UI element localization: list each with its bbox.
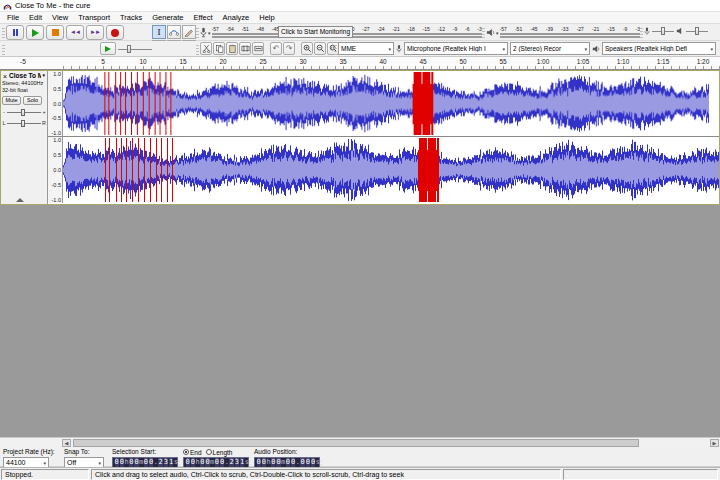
skip-to-start-button[interactable]: ◄◄ [66, 25, 84, 40]
slider-thumb[interactable] [21, 109, 25, 116]
record-button[interactable] [106, 25, 124, 40]
waveform-right[interactable] [63, 138, 719, 202]
status-empty-cell [563, 469, 718, 480]
envelope-tool-button[interactable] [167, 25, 181, 39]
redo-button[interactable]: ↷ [283, 42, 295, 55]
timefield-char: 0 [205, 458, 209, 467]
title-bar[interactable]: Close To Me - the cure [0, 0, 720, 12]
undo-button[interactable]: ↶ [270, 42, 282, 55]
stop-button[interactable] [46, 25, 64, 40]
cut-button[interactable] [200, 42, 212, 55]
timefield-spinner[interactable]: ▴▾ [249, 459, 251, 467]
slider-thumb[interactable] [661, 27, 665, 35]
track-collapse-button[interactable] [16, 198, 24, 202]
waveform-left[interactable] [63, 72, 709, 135]
play-button[interactable] [26, 25, 44, 40]
timeline-tick-label: 1:10 [617, 58, 630, 65]
track-header: × Close To M ▼ [2, 72, 46, 80]
speaker-icon [676, 27, 684, 35]
horizontal-scrollbar[interactable]: ◀ ▶ [0, 437, 720, 447]
scroll-right-arrow[interactable]: ▶ [710, 439, 719, 447]
toolbar-grip[interactable] [196, 43, 199, 55]
menu-item-file[interactable]: File [2, 12, 24, 24]
slider-thumb[interactable] [695, 27, 699, 35]
toolbar-grip[interactable] [482, 26, 485, 38]
playback-volume-slider[interactable] [686, 26, 708, 36]
timeline-ruler[interactable]: -55101520253035404550551:001:051:101:151… [0, 57, 720, 70]
menu-item-generate[interactable]: Generate [147, 12, 188, 24]
gain-slider[interactable]: - + [2, 108, 46, 116]
recording-volume-slider[interactable] [652, 26, 674, 36]
timefield-char: 0 [215, 458, 219, 467]
pan-slider[interactable]: L R [2, 119, 46, 127]
snap-to-group: Snap To: Off▾ [64, 448, 104, 468]
skip-to-end-button[interactable]: ►► [86, 25, 104, 40]
end-radio[interactable]: End [183, 449, 202, 456]
menu-item-edit[interactable]: Edit [24, 12, 47, 24]
paste-button[interactable] [226, 42, 238, 55]
chevron-down-icon[interactable]: ▾ [496, 30, 499, 36]
channel-left: 1.00.50.0-0.5-1.0 [48, 71, 719, 137]
zoom-in-button[interactable] [301, 42, 313, 55]
project-rate-group: Project Rate (Hz): 44100▾ [3, 448, 55, 468]
track-close-button[interactable]: × [2, 73, 8, 80]
toolbar-grip[interactable] [640, 26, 643, 38]
playback-meter[interactable]: ▾ -57-51-45-39-33-27-21-15-9-3 [486, 25, 640, 40]
timefield-spinner[interactable]: ▴▾ [178, 459, 180, 467]
meter-scale-number: -27 [577, 26, 584, 32]
audio-host-dropdown[interactable]: MME▾ [338, 42, 394, 55]
pan-slider-track[interactable] [7, 119, 41, 127]
stop-icon [52, 29, 59, 36]
timefield-char: m [139, 458, 143, 467]
track-menu-button[interactable]: ▼ [42, 72, 46, 80]
vertical-scale-label: 0.5 [49, 152, 61, 158]
monitor-prompt[interactable]: Click to Start Monitoring [278, 26, 353, 38]
chevron-down-icon: ▾ [98, 460, 101, 466]
chevron-down-icon[interactable]: ▾ [208, 30, 211, 36]
menu-item-transport[interactable]: Transport [73, 12, 115, 24]
solo-button[interactable]: Solo [23, 96, 42, 105]
meter-scale-number: -45 [530, 26, 537, 32]
toolbar-grip[interactable] [2, 26, 5, 38]
menu-item-help[interactable]: Help [254, 12, 279, 24]
selection-tool-button[interactable]: I [152, 25, 166, 39]
gain-slider-track[interactable] [7, 108, 41, 116]
project-rate-label: Project Rate (Hz): [3, 448, 55, 456]
recording-device-dropdown[interactable]: Microphone (Realtek High I▾ [404, 42, 508, 55]
microphone-icon [200, 27, 207, 38]
recording-meter[interactable]: ▾ -57-54-51-48-45-42-39-36-33-30-27-24-2… [200, 25, 482, 40]
mute-button[interactable]: Mute [2, 96, 21, 105]
channel-right: 1.00.50.0-0.5-1.0 [48, 137, 719, 203]
end-radio-label: End [190, 449, 202, 456]
pan-left-label: L [2, 120, 6, 126]
silence-audio-button[interactable] [252, 42, 264, 55]
pan-right-label: R [42, 120, 46, 126]
draw-tool-button[interactable] [182, 25, 196, 39]
toolbar-grip[interactable] [2, 43, 5, 55]
slider-thumb[interactable] [127, 45, 131, 53]
playback-meter-scale: -57-51-45-39-33-27-21-15-9-3 [500, 26, 640, 32]
recording-channels-dropdown[interactable]: 2 (Stereo) Recor▾ [510, 42, 590, 55]
playback-device-dropdown[interactable]: Speakers (Realtek High Defi▾ [602, 42, 716, 55]
menu-item-view[interactable]: View [47, 12, 73, 24]
timefield-char: 0 [257, 458, 261, 467]
play-at-speed-button[interactable] [100, 42, 116, 55]
timeline-tick-label: 15 [179, 58, 186, 65]
timefield-char: 0 [115, 458, 119, 467]
trim-audio-button[interactable] [239, 42, 251, 55]
menu-item-analyze[interactable]: Analyze [218, 12, 255, 24]
meter-scale-number: -21 [592, 26, 599, 32]
copy-button[interactable] [213, 42, 225, 55]
scrollbar-thumb[interactable] [73, 439, 639, 447]
playback-speed-slider[interactable] [118, 44, 152, 54]
length-radio[interactable]: Length [206, 449, 233, 456]
zoom-out-button[interactable] [314, 42, 326, 55]
pause-button[interactable] [6, 25, 24, 40]
slider-thumb[interactable] [21, 120, 25, 127]
toolbar-grip[interactable] [334, 43, 337, 55]
menu-item-effect[interactable]: Effect [189, 12, 218, 24]
toolbar-grip[interactable] [196, 26, 199, 38]
scroll-left-arrow[interactable]: ◀ [62, 439, 71, 447]
menu-item-tracks[interactable]: Tracks [115, 12, 147, 24]
timefield-spinner[interactable]: ▴▾ [320, 459, 322, 467]
